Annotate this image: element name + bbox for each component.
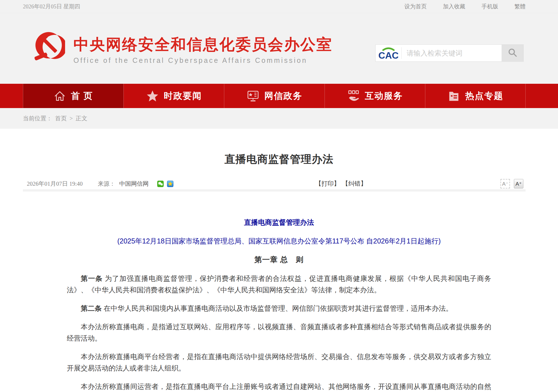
article-paragraph: 第一条 为了加强直播电商监督管理，保护消费者和经营者的合法权益，促进直播电商健康… [67,273,491,296]
article-meta: 2026年01月07日 19:40 来源： 中国网信网 [23,178,526,192]
paragraph-lead: 第一条 [81,274,102,282]
article-paragraph: 本办法所称直播电商，是指通过互联网站、应用程序等，以视频直播、音频直播或者多种直… [67,321,491,344]
topbar-date: 2026年02月05日 星期四 [23,3,80,10]
nav-item-topics[interactable]: 热点专题 [425,84,526,108]
svg-text:CAC: CAC [378,50,399,60]
home-icon [54,90,66,102]
article-paragraph: 第二条 在中华人民共和国境内从事直播电商活动以及市场监督管理、网信部门依据职责对… [67,303,491,314]
font-smaller-button[interactable]: A⁻ [500,179,510,188]
nav-item-label: 时政要闻 [164,90,202,102]
source-label: 来源： [98,180,115,188]
breadcrumb: 当前位置： 首页 > 正文 [0,108,558,129]
service-icon [347,90,360,102]
site-logo[interactable]: 中央网络安全和信息化委员会办公室 Office of the Central C… [32,29,333,64]
topbar-link[interactable]: 手机版 [481,3,498,10]
qzone-share-icon[interactable] [167,181,173,187]
nav-item-label: 互动服务 [365,90,403,102]
breadcrumb-label: 当前位置： [23,114,52,122]
nav-item-label: 首 页 [71,90,93,102]
share-buttons [157,178,173,189]
main-nav: 首 页时政要闻网信政务互动服务热点专题 [0,84,558,108]
article: 直播电商监督管理办法 2026年01月07日 19:40 来源： 中国网信网 [0,129,558,392]
paragraphs-container: 第一条 为了加强直播电商监督管理，保护消费者和经营者的合法权益，促进直播电商健康… [67,273,491,392]
cac-logo-icon: CAC [376,45,401,61]
party-emblem-icon [32,29,65,63]
breadcrumb-home-link[interactable]: 首页 [55,114,67,122]
topbar-link[interactable]: 设为首页 [404,3,427,10]
paragraph-text: 在中华人民共和国境内从事直播电商活动以及市场监督管理、网信部门依据职责对其进行监… [102,304,453,312]
search-icon [507,48,518,59]
wechat-share-icon[interactable] [157,181,164,187]
star-icon [146,90,159,102]
nav-item-news[interactable]: 时政要闻 [123,84,224,108]
article-datetime: 2026年01月07日 19:40 [27,178,83,189]
breadcrumb-current: 正文 [76,114,87,122]
search-box: CAC [375,44,524,62]
search-button[interactable] [502,45,523,61]
breadcrumb-separator: > [70,115,73,122]
document-subtitle: (2025年12月18日国家市场监督管理总局、国家互联网信息办公室令第117号公… [67,235,491,247]
font-larger-button[interactable]: A⁺ [514,179,523,188]
folder-icon [447,90,460,102]
site-header: 中央网络安全和信息化委员会办公室 Office of the Central C… [0,13,558,84]
search-input[interactable] [402,45,502,61]
paragraph-text: 本办法所称直播电商平台经营者，是指在直播电商活动中提供网络经营场所、交易撮合、信… [67,353,491,372]
article-paragraph: 本办法所称直播电商平台经营者，是指在直播电商活动中提供网络经营场所、交易撮合、信… [67,351,491,374]
document-title: 直播电商监督管理办法 [67,217,491,228]
topbar-link[interactable]: 加入收藏 [443,3,465,10]
nav-item-label: 热点专题 [465,90,503,102]
article-paragraph: 本办法所称直播间运营者，是指在直播电商平台上注册账号或者通过自建网站、其他网络服… [67,381,491,392]
error-report-button[interactable]: 【纠错】 [342,180,367,188]
page-title: 直播电商监督管理办法 [0,152,558,166]
topbar-link[interactable]: 繁體 [514,3,526,10]
nav-item-gov[interactable]: 网信政务 [224,84,325,108]
chapter-heading: 第一章 总 则 [67,254,491,266]
monitor-icon [247,90,259,102]
paragraph-lead: 第二条 [81,304,102,312]
topbar: 2026年02月05日 星期四 设为首页加入收藏手机版繁體 [0,0,558,13]
nav-item-label: 网信政务 [264,90,302,102]
nav-item-service[interactable]: 互动服务 [325,84,425,108]
site-title-en: Office of the Central Cyberspace Affairs… [73,56,333,64]
nav-item-home[interactable]: 首 页 [23,84,123,108]
site-title-cn: 中央网络安全和信息化委员会办公室 [73,36,333,53]
print-button[interactable]: 【打印】 [315,180,340,188]
topbar-links: 设为首页加入收藏手机版繁體 [404,3,526,10]
main-nav-items: 首 页时政要闻网信政务互动服务热点专题 [23,84,526,108]
paragraph-text: 本办法所称直播间运营者，是指在直播电商平台上注册账号或者通过自建网站、其他网络服… [67,383,491,392]
source-link[interactable]: 中国网信网 [119,180,149,188]
paragraph-text: 本办法所称直播电商，是指通过互联网站、应用程序等，以视频直播、音频直播或者多种直… [67,323,491,342]
paragraph-text: 为了加强直播电商监督管理，保护消费者和经营者的合法权益，促进直播电商健康发展，根… [67,274,491,294]
article-body: 直播电商监督管理办法 (2025年12月18日国家市场监督管理总局、国家互联网信… [67,217,491,392]
